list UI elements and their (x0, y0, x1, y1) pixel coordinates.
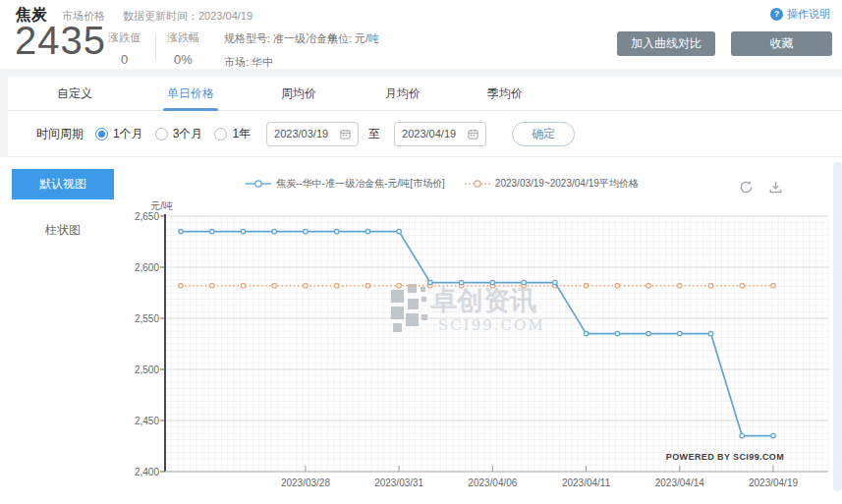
view-sidebar: 默认视图 柱状图 (0, 157, 128, 504)
period-label: 时间周期 (36, 126, 84, 142)
svg-text:卓创资讯: 卓创资讯 (430, 286, 536, 315)
change-pct-label: 涨跌幅 (167, 30, 199, 45)
help-label: 操作说明 (787, 7, 830, 22)
radio-icon (95, 128, 108, 140)
legend-line-marker (246, 179, 271, 189)
radio-3-months-label: 3个月 (173, 126, 203, 142)
radio-1-year[interactable]: 1年 (214, 126, 251, 142)
filter-bar: 时间周期 1个月 3个月 1年 2023/03/19 至 2023/04/19 … (8, 111, 842, 157)
chart-panel: 焦炭--华中-准一级冶金焦-元/吨[市场价] 2023/03/19~2023/0… (128, 157, 832, 504)
radio-3-months[interactable]: 3个月 (155, 126, 203, 142)
svg-text:2023/04/06: 2023/04/06 (468, 477, 517, 488)
svg-text:2,500: 2,500 (135, 364, 159, 375)
current-price: 2435 (15, 21, 106, 60)
svg-text:2023/04/19: 2023/04/19 (749, 477, 798, 488)
start-date-value: 2023/03/19 (274, 128, 328, 140)
radio-1-month-label: 1个月 (113, 126, 143, 142)
spec-label: 规格型号: 准一级冶金焦 (224, 31, 338, 46)
calendar-icon (468, 129, 478, 140)
tab-daily-price[interactable]: 单日价格 (161, 77, 220, 111)
svg-text:2,650: 2,650 (135, 211, 159, 222)
start-date-input[interactable]: 2023/03/19 (266, 122, 359, 146)
calendar-icon (340, 129, 351, 140)
svg-text:2,550: 2,550 (135, 313, 159, 324)
change-value: 0 (108, 52, 140, 67)
legend-label-market-price: 焦炭--华中-准一级冶金焦-元/吨[市场价] (276, 177, 445, 191)
tab-bar: 自定义 单日价格 周均价 月均价 季均价 (8, 77, 842, 111)
legend-series-average[interactable]: 2023/03/19~2023/04/19平均价格 (465, 177, 639, 191)
radio-icon (214, 128, 227, 140)
tab-monthly-avg[interactable]: 月均价 (379, 77, 426, 111)
svg-text:2,400: 2,400 (135, 467, 159, 477)
question-icon: ? (770, 8, 783, 21)
svg-text:2023/04/14: 2023/04/14 (655, 477, 704, 488)
legend-dotted-marker (465, 179, 490, 189)
tab-weekly-avg[interactable]: 周均价 (275, 77, 322, 111)
change-value-label: 涨跌值 (108, 30, 140, 45)
price-line-chart[interactable]: 2,6502,6002,5502,5002,4502,400元/吨2023/03… (128, 201, 832, 496)
svg-text:元/吨: 元/吨 (150, 201, 173, 211)
svg-text:2023/03/31: 2023/03/31 (374, 477, 423, 488)
unit-label: 单位: 元/吨 (327, 31, 379, 46)
scrollbar-strip (833, 162, 842, 491)
refresh-icon[interactable] (739, 180, 754, 198)
svg-text:2,450: 2,450 (135, 416, 159, 426)
end-date-input[interactable]: 2023/04/19 (394, 122, 486, 146)
svg-text:2,600: 2,600 (135, 262, 159, 273)
sidebar-item-bar-chart[interactable]: 柱状图 (12, 218, 114, 242)
svg-text:2023/04/11: 2023/04/11 (562, 477, 611, 488)
vertical-divider (155, 34, 156, 59)
tab-quarterly-avg[interactable]: 季均价 (481, 77, 529, 111)
legend-series-market-price[interactable]: 焦炭--华中-准一级冶金焦-元/吨[市场价] (246, 177, 445, 191)
svg-text:2023/03/28: 2023/03/28 (281, 477, 330, 488)
market-label: 市场: 华中 (224, 55, 338, 70)
update-time-value: 2023/04/19 (198, 10, 253, 22)
download-icon[interactable] (768, 180, 783, 198)
end-date-value: 2023/04/19 (402, 128, 456, 140)
svg-text:POWERED BY SCI99.COM: POWERED BY SCI99.COM (666, 452, 784, 462)
radio-icon (155, 128, 168, 140)
range-separator: 至 (368, 126, 380, 142)
chart-legend: 焦炭--华中-准一级冶金焦-元/吨[市场价] 2023/03/19~2023/0… (128, 177, 757, 191)
help-link[interactable]: ? 操作说明 (770, 7, 830, 22)
change-pct: 0% (167, 52, 199, 67)
sidebar-item-default-view[interactable]: 默认视图 (12, 169, 114, 199)
header: 焦炭 市场价格 数据更新时间：2023/04/19 ? 操作说明 2435 涨跌… (0, 0, 842, 69)
update-time-label: 数据更新时间： (123, 10, 198, 22)
update-time: 数据更新时间：2023/04/19 (123, 9, 253, 24)
radio-1-year-label: 1年 (232, 126, 251, 142)
change-pct-block: 涨跌幅 0% (167, 30, 199, 67)
section-gap (0, 69, 842, 77)
legend-label-average: 2023/03/19~2023/04/19平均价格 (495, 177, 639, 191)
radio-1-month[interactable]: 1个月 (95, 126, 143, 142)
content: 默认视图 柱状图 焦炭--华中-准一级冶金焦-元/吨[市场价] 2023/03/… (0, 157, 842, 504)
spec-block: 规格型号: 准一级冶金焦 市场: 华中 (224, 31, 338, 70)
confirm-button[interactable]: 确定 (512, 122, 575, 146)
add-compare-button[interactable]: 加入曲线对比 (617, 31, 715, 56)
page: 焦炭 市场价格 数据更新时间：2023/04/19 ? 操作说明 2435 涨跌… (0, 0, 842, 504)
favorite-button[interactable]: 收藏 (731, 31, 832, 56)
tab-custom[interactable]: 自定义 (51, 77, 98, 111)
change-value-block: 涨跌值 0 (108, 30, 140, 67)
svg-text:SCI99.COM: SCI99.COM (438, 316, 545, 334)
